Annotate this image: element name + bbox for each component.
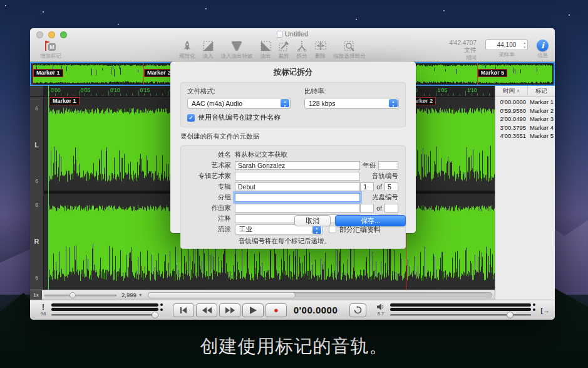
format-box: 文件格式: AAC (m4a) Audio▲▼ ✓ 使用音轨编号创建文件名称 比… <box>180 82 406 127</box>
ruler-tick <box>460 93 460 96</box>
duration-unit: 文件 <box>449 46 477 53</box>
fade-out-button[interactable]: 淡出 <box>260 39 271 60</box>
duration-value: 4'42.4707 <box>449 39 477 46</box>
overview-marker-tag[interactable]: Markør 5 <box>478 69 508 77</box>
marker-name: Markør 3 <box>528 115 555 122</box>
use-track-numbers-label: 使用音轨编号创建文件名称 <box>198 113 281 122</box>
horizontal-scrollbar[interactable] <box>148 292 492 298</box>
metadata-section-label: 要创建的所有文件的元数据 <box>180 132 406 141</box>
marker-time: 0'59.9580 <box>495 107 528 114</box>
name-label: 姓名 <box>187 150 235 159</box>
ruler-tick <box>441 93 442 96</box>
record-button[interactable]: ● <box>266 303 287 317</box>
chevron-down-icon[interactable]: ▼ <box>138 293 143 297</box>
document-icon <box>277 31 282 38</box>
ruler-tick <box>453 93 454 96</box>
composer-field[interactable] <box>235 204 360 213</box>
checked-checkbox-icon[interactable]: ✓ <box>187 114 195 122</box>
input-gain: ! 98 <box>38 303 49 317</box>
use-track-numbers-row[interactable]: ✓ 使用音轨编号创建文件名称 <box>187 113 291 122</box>
crop-button[interactable]: 裁剪 <box>279 39 289 60</box>
record-icon: ● <box>274 305 279 315</box>
fade-in-out-button[interactable]: 淡入淡出特效 <box>221 39 253 60</box>
input-volume-slider[interactable] <box>51 312 158 318</box>
zoom-slider-thumb[interactable] <box>70 292 76 298</box>
editor-marker-tag[interactable]: Markør 1 <box>49 97 80 105</box>
add-marker-button[interactable]: M 增加标记 <box>40 39 61 60</box>
overview-marker-tag[interactable]: Markør 2 <box>144 69 174 77</box>
titlebar[interactable]: Untitled <box>30 28 555 41</box>
ruler-tick <box>489 93 490 96</box>
output-routing-icon[interactable]: [→ <box>540 307 550 314</box>
ruler-tick <box>61 93 61 96</box>
ruler-tick <box>79 91 80 96</box>
rewind-button[interactable] <box>196 303 217 317</box>
track-number-field[interactable] <box>360 182 374 191</box>
column-time[interactable]: 时间∧ <box>495 86 528 96</box>
marker-row[interactable]: 0'00.0000Markør 1 <box>495 98 555 107</box>
output-volume-thumb[interactable] <box>507 312 513 318</box>
album-field[interactable] <box>235 182 360 191</box>
output-meters <box>390 302 535 318</box>
input-volume-thumb[interactable] <box>152 312 158 318</box>
normalize-button[interactable]: 规范化 <box>179 39 195 60</box>
marker-name: Markør 5 <box>528 132 555 139</box>
overview-marker-tag[interactable]: Markør 1 <box>33 69 63 77</box>
marker-row[interactable]: 0'59.9580Markør 2 <box>495 107 555 115</box>
select-arrows-icon: ▲▼ <box>281 99 289 107</box>
bitrate-select[interactable]: 128 kbps▲▼ <box>304 98 399 108</box>
ruler-tick <box>472 93 472 96</box>
sort-indicator-icon: ∧ <box>517 88 520 93</box>
album-artist-field[interactable] <box>235 172 360 181</box>
zoom-selection-button[interactable]: 缩放选择部分 <box>334 39 366 60</box>
format-select[interactable]: AAC (m4a) Audio▲▼ <box>187 98 291 108</box>
column-marker[interactable]: 标记 <box>528 86 555 96</box>
ruler-corner <box>30 86 44 96</box>
input-meter-right <box>51 308 158 311</box>
artist-field[interactable] <box>235 161 360 170</box>
scrollbar-thumb[interactable] <box>148 292 296 298</box>
output-volume-slider[interactable] <box>390 312 531 318</box>
crop-icon <box>279 39 289 52</box>
zoom-slider[interactable] <box>44 290 116 300</box>
ruler-tick <box>144 93 145 96</box>
marker-time: 2'00.0490 <box>495 115 528 122</box>
wallpaper-stars <box>5 5 6 6</box>
toolbar: M 增加标记 规范化 淡入 淡入淡出特效 淡 <box>30 39 555 62</box>
skip-start-button[interactable] <box>173 303 194 317</box>
ruler-tick <box>49 91 49 96</box>
year-field[interactable] <box>378 161 398 170</box>
disc-total-field[interactable] <box>384 204 398 213</box>
fast-forward-button[interactable] <box>219 303 240 317</box>
play-button[interactable] <box>242 303 264 317</box>
playhead[interactable] <box>48 86 49 290</box>
output-volume: 8.7 <box>375 303 386 317</box>
grouping-field[interactable] <box>235 193 360 202</box>
unchecked-checkbox-icon[interactable]: ✓ <box>329 226 336 233</box>
track-number-label: 音轨编号 <box>372 172 398 181</box>
fade-in-button[interactable]: 淡入 <box>203 39 214 60</box>
sample-rate-stepper[interactable]: 44,100▴▾ <box>485 39 528 50</box>
svg-text:M: M <box>49 44 54 50</box>
ruler-tick <box>103 93 103 96</box>
album-artist-label: 专辑艺术家 <box>187 172 235 181</box>
marker-row[interactable]: 2'00.0490Markør 3 <box>495 115 555 124</box>
ruler-tick <box>67 93 68 96</box>
marker-row[interactable]: 4'00.3651Markør 5 <box>495 132 555 140</box>
loop-button[interactable] <box>349 303 366 317</box>
disc-number-field[interactable] <box>360 204 374 213</box>
toolbar-tools: 规范化 淡入 淡入淡出特效 淡出 裁剪 <box>175 39 369 60</box>
info-icon[interactable]: i <box>537 39 549 51</box>
marker-row[interactable]: 3'00.3795Markør 4 <box>495 124 555 132</box>
markers-header: 时间∧ 标记 <box>495 86 555 97</box>
fade-in-icon <box>203 39 214 52</box>
ruler-tick <box>91 93 91 96</box>
delete-button[interactable]: 删除 <box>315 39 326 60</box>
ruler-tick <box>96 93 97 96</box>
cancel-button[interactable]: 取消 <box>294 215 331 226</box>
ruler-tick <box>73 93 73 96</box>
fade-in-out-icon <box>231 39 242 52</box>
split-button[interactable]: 拆分 <box>297 39 307 60</box>
track-total-field[interactable] <box>384 182 398 191</box>
save-button[interactable]: 保存... <box>335 215 406 226</box>
